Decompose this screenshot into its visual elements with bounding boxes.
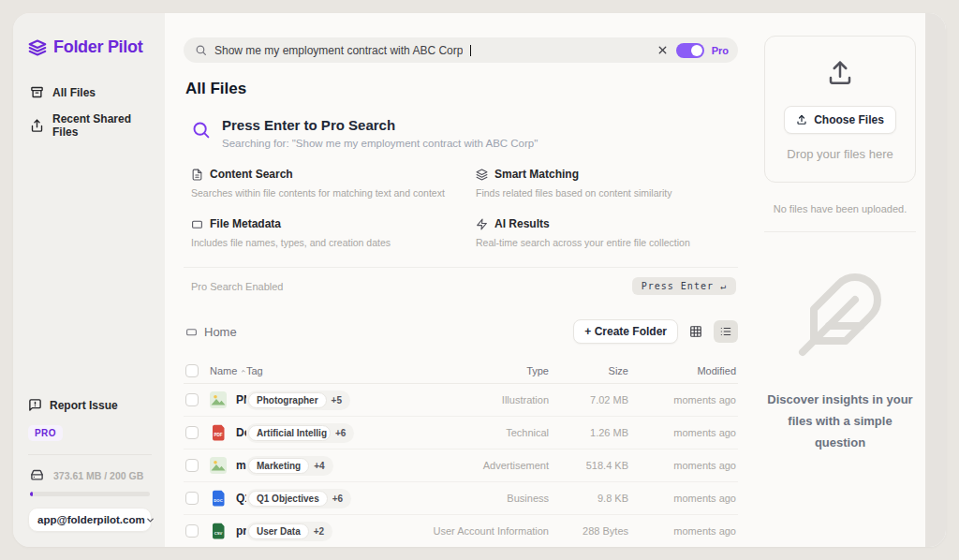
table-row[interactable]: CSV profiles_rows.csv User Data+2 User A… [184, 515, 738, 547]
file-type: Advertisement [420, 460, 551, 471]
press-enter-button[interactable]: Press Enter ↵ [632, 277, 736, 295]
upload-small-icon [796, 114, 807, 125]
choose-files-button[interactable]: Choose Files [784, 106, 896, 134]
file-modified: moments ago [630, 394, 738, 405]
pro-search-subtitle: Searching for: "Show me my employment co… [222, 138, 538, 149]
file-type: Business [420, 493, 551, 504]
file-type: Illustration [420, 394, 551, 405]
file-size: 7.02 MB [551, 394, 630, 405]
image-file-icon [210, 457, 227, 474]
table-header: Name Tag Type Size Modified [184, 359, 738, 384]
breadcrumb-label: Home [204, 325, 237, 339]
sidebar-divider [28, 454, 152, 455]
tag-pill[interactable]: Photographer+5 [246, 391, 350, 410]
select-all-checkbox[interactable] [185, 364, 199, 377]
feature-title: Content Search [210, 168, 293, 181]
page-title: All Files [185, 80, 738, 98]
search-icon [195, 44, 207, 56]
table-row[interactable]: marketing+campaign. Marketing+4 Advertis… [184, 449, 738, 482]
file-size: 288 Bytes [551, 525, 630, 537]
upload-dropzone[interactable]: Choose Files Drop your files here [764, 36, 916, 183]
row-checkbox[interactable] [185, 492, 199, 505]
file-text-icon [191, 169, 203, 181]
zap-icon [476, 218, 488, 230]
tag-pill[interactable]: Q1 Objectives+6 [246, 489, 351, 508]
file-name: Q1 Team... [236, 492, 246, 505]
account-dropdown[interactable]: app@folderpilot.com [28, 508, 152, 532]
pro-toggle[interactable] [676, 43, 704, 58]
file-size: 9.8 KB [551, 493, 630, 504]
sidebar: Folder Pilot All Files Recent Shared Fil… [13, 13, 165, 547]
file-type: User Account Information [420, 525, 551, 537]
chevron-down-icon [145, 515, 155, 525]
main-content: Show me my employment contract with ABC … [165, 13, 755, 547]
column-header-type: Type [420, 365, 551, 376]
file-modified: moments ago [630, 427, 738, 438]
feature-desc: Includes file names, types, and creation… [191, 237, 453, 248]
table-row[interactable]: DOC Q1 Team... Q1 Objectives+6 Business … [184, 482, 738, 515]
folder-outline-icon [185, 326, 198, 338]
square-icon [191, 218, 203, 230]
feature-ai-results: AI Results Real-time search across your … [476, 217, 738, 248]
sidebar-item-label: All Files [52, 86, 96, 99]
storage-progress-fill [30, 492, 33, 496]
clear-search-icon[interactable] [657, 44, 669, 56]
feature-title: Smart Matching [494, 168, 579, 181]
row-checkbox[interactable] [185, 524, 199, 538]
report-issue-button[interactable]: Report Issue [28, 398, 152, 412]
sidebar-item-recent-shared[interactable]: Recent Shared Files [28, 107, 152, 144]
feature-smart-matching: Smart Matching Finds related files based… [476, 168, 738, 199]
column-header-name[interactable]: Name [210, 365, 246, 376]
column-header-tag: Tag [246, 365, 420, 376]
create-folder-button[interactable]: + Create Folder [573, 319, 678, 344]
feature-file-metadata: File Metadata Includes file names, types… [191, 217, 453, 248]
text-cursor [470, 45, 471, 56]
row-checkbox[interactable] [185, 426, 199, 439]
svg-text:CSV: CSV [214, 531, 223, 536]
breadcrumb[interactable]: Home [185, 325, 237, 339]
tag-pill[interactable]: User Data+2 [246, 522, 332, 541]
search-input[interactable]: Show me my employment contract with ABC … [214, 44, 463, 57]
app-window: Folder Pilot All Files Recent Shared Fil… [13, 13, 946, 547]
tag-pill[interactable]: Marketing+4 [246, 456, 333, 476]
column-header-size: Size [551, 365, 630, 376]
pro-toggle-label: Pro [712, 45, 729, 56]
layers-logo-icon [28, 38, 47, 57]
drop-hint: Drop your files here [787, 147, 893, 161]
file-name: marketing+campaign. [236, 459, 246, 472]
pro-search-features: Content Search Searches within file cont… [191, 168, 738, 248]
doc-file-icon: DOC [210, 490, 227, 507]
search-accent-icon [191, 120, 211, 149]
feature-content-search: Content Search Searches within file cont… [191, 168, 453, 199]
feature-desc: Finds related files based on content sim… [476, 187, 738, 199]
scrollbar-track[interactable] [925, 13, 946, 547]
feather-icon [795, 270, 885, 360]
app-title: Folder Pilot [53, 37, 142, 57]
feature-title: File Metadata [210, 217, 281, 230]
file-name: profiles_rows.csv [236, 524, 246, 538]
file-modified: moments ago [630, 460, 738, 471]
toggle-knob [691, 45, 702, 56]
file-size: 1.26 MB [551, 427, 630, 438]
layers-icon [476, 169, 488, 181]
table-row[interactable]: PDF DeepSeek_R1.pdf Artificial Intellig+… [184, 417, 738, 449]
hard-drive-icon [30, 468, 44, 482]
table-row[interactable]: PNG_Test.png Photographer+5 Illustration… [184, 384, 738, 417]
report-issue-label: Report Issue [50, 399, 118, 412]
grid-view-button[interactable] [684, 320, 708, 343]
row-checkbox[interactable] [185, 459, 199, 472]
file-table: Name Tag Type Size Modified PNG_Test.png [184, 359, 738, 547]
archive-icon [30, 85, 44, 99]
storage-progressbar [30, 492, 150, 496]
search-bar[interactable]: Show me my employment contract with ABC … [184, 37, 738, 63]
app-logo[interactable]: Folder Pilot [28, 37, 152, 57]
csv-file-icon: CSV [210, 523, 227, 539]
file-modified: moments ago [630, 493, 738, 504]
row-checkbox[interactable] [185, 393, 199, 406]
sidebar-item-all-files[interactable]: All Files [28, 80, 152, 105]
account-email: app@folderpilot.com [37, 514, 145, 525]
plan-badge: PRO [28, 425, 63, 441]
feature-desc: Searches within file contents for matchi… [191, 187, 453, 199]
tag-pill[interactable]: Artificial Intellig+6 [246, 423, 354, 443]
list-view-button[interactable] [714, 320, 738, 343]
